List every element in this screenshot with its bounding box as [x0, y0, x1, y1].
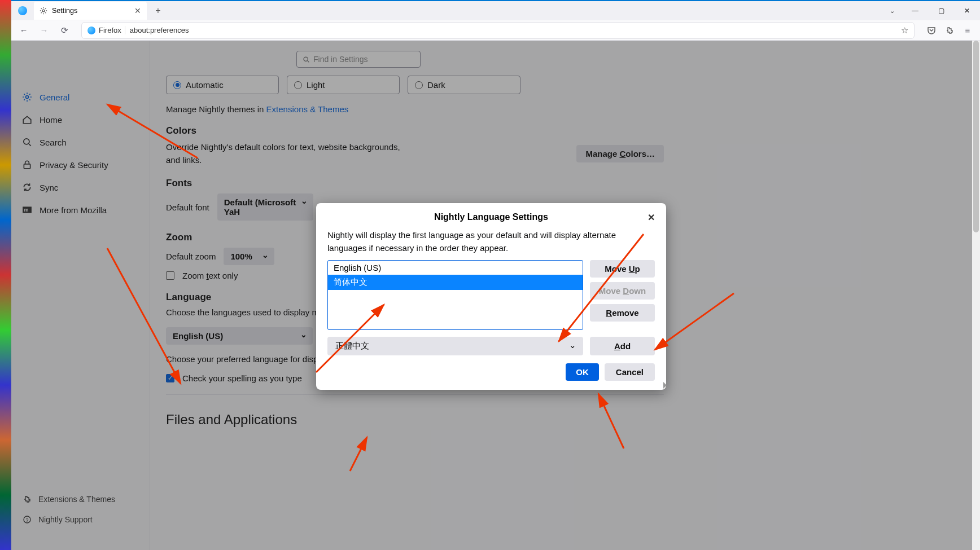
reload-button[interactable]: ⟳	[56, 23, 72, 38]
extensions-icon[interactable]	[942, 23, 957, 38]
url-bar[interactable]: Firefox about:preferences ☆	[81, 22, 915, 39]
add-language-select[interactable]: 正體中文	[327, 337, 583, 355]
url-address: about:preferences	[130, 26, 189, 34]
bookmark-star-icon[interactable]: ☆	[901, 25, 908, 36]
pocket-icon[interactable]	[924, 23, 939, 38]
dialog-description: Nightly will display the first language …	[327, 229, 655, 254]
tab-title: Settings	[52, 7, 77, 15]
language-settings-dialog: Nightly Language Settings ✕ Nightly will…	[316, 203, 666, 390]
gear-icon	[40, 7, 47, 15]
move-up-button[interactable]: Move Up	[590, 260, 655, 278]
move-down-button: Move Down	[590, 282, 655, 300]
dialog-title: Nightly Language Settings ✕	[327, 212, 655, 222]
window-maximize[interactable]: ▢	[928, 2, 954, 20]
svg-point-0	[42, 10, 45, 12]
app-menu-button[interactable]: ≡	[960, 23, 975, 38]
scrollbar-thumb[interactable]	[973, 41, 979, 232]
browser-tab-settings[interactable]: Settings ✕	[34, 2, 147, 20]
add-button[interactable]: Add	[590, 337, 655, 355]
ok-button[interactable]: OK	[566, 363, 599, 381]
language-item-chinese-simplified[interactable]: 简体中文	[328, 275, 583, 290]
tab-close-icon[interactable]: ✕	[134, 6, 141, 15]
page-scrollbar[interactable]	[972, 41, 980, 550]
tab-list-button[interactable]: ⌄	[882, 2, 902, 20]
window-close[interactable]: ✕	[954, 2, 980, 20]
url-identity: Firefox	[99, 26, 121, 34]
new-tab-button[interactable]: +	[150, 3, 166, 19]
cancel-button[interactable]: Cancel	[605, 363, 655, 381]
nightly-orb-icon	[18, 6, 27, 15]
tab-strip: Settings ✕ + ⌄ — ▢ ✕	[11, 0, 980, 20]
back-button[interactable]: ←	[16, 23, 32, 38]
window-minimize[interactable]: —	[902, 2, 928, 20]
forward-button[interactable]: →	[36, 23, 52, 38]
app-menu-icon[interactable]	[11, 1, 34, 21]
dialog-close-button[interactable]: ✕	[648, 212, 655, 223]
identity-icon	[88, 27, 95, 34]
remove-button[interactable]: Remove	[590, 304, 655, 322]
language-list[interactable]: English (US) 简体中文	[327, 260, 583, 330]
os-taskbar-stripe	[0, 0, 11, 550]
browser-toolbar: ← → ⟳ Firefox about:preferences ☆ ≡	[11, 20, 980, 41]
language-item-english[interactable]: English (US)	[328, 261, 583, 275]
